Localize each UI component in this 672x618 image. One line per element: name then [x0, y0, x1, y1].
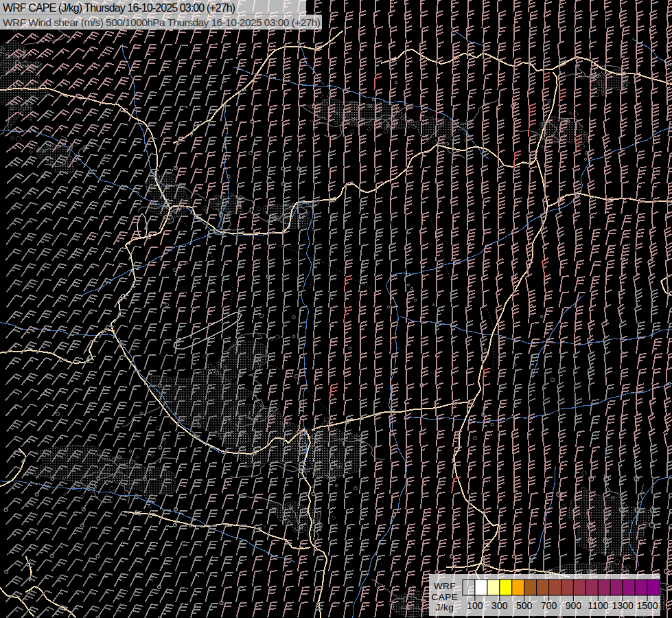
- svg-text:J/kg: J/kg: [436, 602, 454, 613]
- svg-text:900: 900: [566, 600, 582, 611]
- svg-text:WRF: WRF: [434, 581, 456, 591]
- svg-text:1100: 1100: [588, 600, 608, 611]
- svg-text:1500: 1500: [637, 600, 658, 611]
- svg-text:700: 700: [541, 600, 557, 611]
- svg-text:100: 100: [467, 600, 483, 611]
- svg-text:1300: 1300: [612, 600, 634, 611]
- svg-text:300: 300: [491, 600, 508, 611]
- svg-text:CAPE: CAPE: [432, 592, 459, 602]
- svg-text:WRF CAPE (J/kg) Thursday 16-10: WRF CAPE (J/kg) Thursday 16-10-2025 03:0…: [3, 2, 235, 14]
- svg-text:WRF Wind shear (m/s) 500/1000h: WRF Wind shear (m/s) 500/1000hPa Thursda…: [3, 16, 321, 28]
- svg-text:500: 500: [516, 600, 533, 611]
